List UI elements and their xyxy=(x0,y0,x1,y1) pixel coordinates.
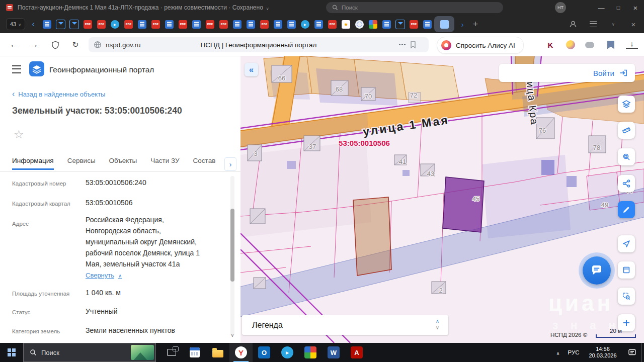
tab-favicon-pdf[interactable] xyxy=(95,16,108,32)
action-center-button[interactable] xyxy=(622,348,641,356)
panel-chevron-icon[interactable] xyxy=(607,18,620,31)
layers-button[interactable] xyxy=(618,96,635,113)
tab-favicon-pdf[interactable] xyxy=(407,16,421,32)
tab-favicon-tg[interactable] xyxy=(108,16,122,32)
panel-scrollbar-thumb[interactable] xyxy=(230,209,234,282)
scroll-tabs-right-button[interactable] xyxy=(457,20,467,29)
maximize-button[interactable] xyxy=(610,0,627,15)
search-highlight-image[interactable] xyxy=(131,345,154,360)
tab-information[interactable]: Информация xyxy=(12,157,54,170)
taskbar-app-photos[interactable] xyxy=(299,343,322,362)
protect-shield-icon[interactable] xyxy=(49,39,61,50)
tab-counter[interactable]: 43 xyxy=(6,18,25,30)
tab-favicon-mail[interactable] xyxy=(54,16,67,32)
language-indicator[interactable]: РУС xyxy=(564,349,583,355)
back-button[interactable] xyxy=(8,39,20,50)
scroll-down-arrow[interactable] xyxy=(229,330,235,339)
taskbar-app-task-view[interactable] xyxy=(160,343,183,362)
tab-favicon-doc[interactable] xyxy=(285,16,298,32)
support-chat-button[interactable] xyxy=(583,256,611,285)
cloud-extension-icon[interactable] xyxy=(584,39,596,50)
legend-bar[interactable]: Легенда xyxy=(242,315,448,335)
tab-favicon-pdf[interactable] xyxy=(203,16,217,32)
portal-menu-icon[interactable] xyxy=(12,65,21,73)
taskbar-app-word[interactable] xyxy=(322,343,345,362)
tab-favicon-photo[interactable] xyxy=(366,16,380,32)
share-button[interactable] xyxy=(618,175,635,192)
map-view[interactable]: улица 1 Мая улица Кра 53:05:0010506 6668… xyxy=(240,56,644,343)
tab-favicon-mail[interactable] xyxy=(67,16,81,32)
legend-expand-icon[interactable] xyxy=(436,318,439,331)
selected-parcel[interactable] xyxy=(353,197,391,276)
forward-button[interactable] xyxy=(28,39,40,50)
favorite-star-icon[interactable] xyxy=(14,128,24,141)
omnibox[interactable]: nspd.gov.ru НСПД | Геоинформационный пор… xyxy=(89,37,429,52)
more-actions-icon[interactable] xyxy=(399,44,400,45)
tab-favicon-star[interactable] xyxy=(339,16,353,32)
taskbar-app-file-explorer[interactable] xyxy=(206,343,229,362)
kaspersky-extension-icon[interactable] xyxy=(544,39,556,50)
navigate-button[interactable] xyxy=(618,235,635,252)
taskbar-app-outlook[interactable] xyxy=(253,343,276,362)
emoji-extension-icon[interactable] xyxy=(565,39,577,50)
tab-favicon-globe[interactable] xyxy=(353,16,366,32)
close-tab-icon[interactable] xyxy=(627,18,640,31)
tab-parts[interactable]: Части ЗУ xyxy=(150,157,179,170)
tab-favicon-pdf[interactable] xyxy=(258,16,271,32)
tab-favicon-doc[interactable] xyxy=(230,16,244,32)
tab-favicon-pdf[interactable] xyxy=(122,16,135,32)
downloads-button[interactable] xyxy=(626,39,638,49)
hidden-icons-chevron[interactable] xyxy=(552,348,564,357)
taskbar-app-yandex-browser[interactable] xyxy=(229,343,253,362)
collapse-panel-button[interactable] xyxy=(245,63,258,76)
profile-icon[interactable] xyxy=(567,18,580,31)
close-button[interactable] xyxy=(627,0,644,15)
tab-favicon-pdf[interactable] xyxy=(217,16,230,32)
clock[interactable]: 14:56 20.03.2026 xyxy=(583,346,622,359)
tab-services[interactable]: Сервисы xyxy=(67,157,96,170)
tab-favicon-doc[interactable] xyxy=(135,16,149,32)
tab-favicon-doc[interactable] xyxy=(244,16,258,32)
tab-favicon-mail[interactable] xyxy=(393,16,407,32)
zoom-area-button[interactable] xyxy=(618,288,635,305)
minimize-button[interactable] xyxy=(593,0,610,15)
tab-objects[interactable]: Объекты xyxy=(109,157,137,170)
taskbar-app-calendar[interactable] xyxy=(183,343,206,362)
scroll-tabs-left-button[interactable] xyxy=(28,20,38,29)
tab-favicon-tg[interactable] xyxy=(298,16,312,32)
parcel-45-highlight[interactable] xyxy=(443,177,484,232)
draw-button[interactable] xyxy=(618,201,635,218)
titlebar-search[interactable]: Поиск xyxy=(326,2,503,13)
tab-favicon-pdf[interactable] xyxy=(326,16,339,32)
tab-favicon-doc[interactable] xyxy=(421,16,434,32)
collapse-address-link[interactable]: Свернуть xyxy=(86,272,122,279)
nspd-logo[interactable] xyxy=(29,61,44,78)
user-avatar[interactable]: НТ xyxy=(555,2,566,13)
chevron-down-icon[interactable] xyxy=(266,3,269,12)
tab-favicon-doc[interactable] xyxy=(190,16,203,32)
taskbar-search[interactable]: Поиск xyxy=(23,343,156,362)
new-tab-button[interactable]: + xyxy=(470,19,480,30)
tab-composition[interactable]: Состав xyxy=(193,157,216,170)
ruler-button[interactable] xyxy=(618,122,635,139)
object-search-button[interactable] xyxy=(618,148,635,165)
tab-favicon-doc[interactable] xyxy=(40,16,54,32)
tab-favicon-active[interactable] xyxy=(434,16,454,32)
login-bar[interactable]: Войти xyxy=(499,64,635,82)
taskbar-app-acrobat[interactable] xyxy=(345,343,368,362)
tab-favicon-doc[interactable] xyxy=(163,16,176,32)
menu-icon[interactable] xyxy=(587,18,600,31)
tab-favicon-doc[interactable] xyxy=(271,16,285,32)
ask-alice-button[interactable]: Спросить Алису AI xyxy=(437,37,524,54)
tab-favicon-pdf[interactable] xyxy=(81,16,95,32)
reload-button[interactable] xyxy=(69,39,82,50)
bookmark-flag-icon[interactable] xyxy=(410,41,417,51)
start-button[interactable] xyxy=(0,343,23,362)
tab-favicon-pdf[interactable] xyxy=(149,16,163,32)
bookmark-extension-icon[interactable] xyxy=(605,39,617,50)
show-desktop-button[interactable] xyxy=(641,343,644,362)
frame-button[interactable] xyxy=(618,261,635,279)
tabs-scroll-right-button[interactable] xyxy=(224,157,236,171)
taskbar-app-telegram[interactable] xyxy=(276,343,299,362)
tab-favicon-doc[interactable] xyxy=(312,16,326,32)
